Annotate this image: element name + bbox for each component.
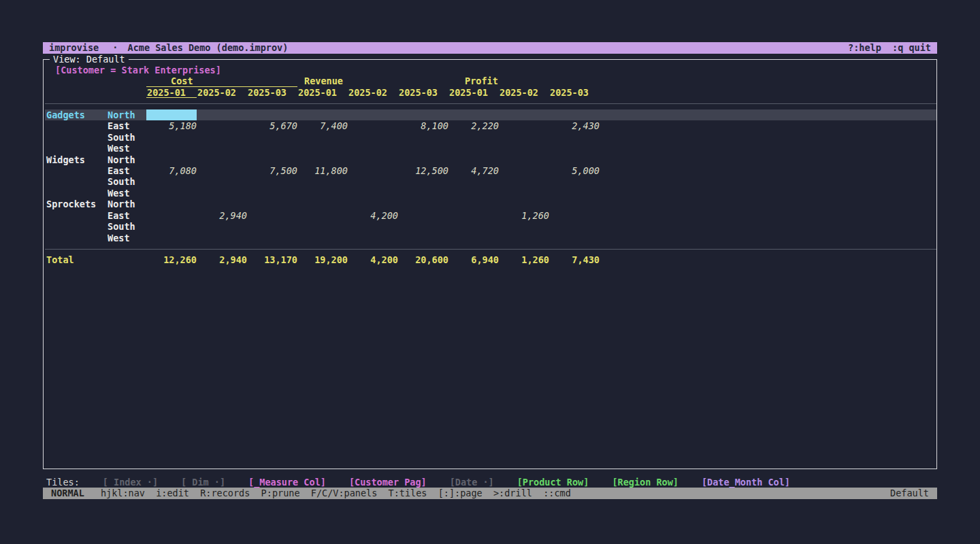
tile-index[interactable]: [ Index ·] [103,477,158,488]
pivot-cell[interactable] [348,132,398,143]
pivot-cell[interactable] [247,154,297,165]
pivot-cell[interactable] [549,188,600,199]
tile-product-row[interactable]: [Product Row] [517,477,589,488]
pivot-cell[interactable]: 4,200 [348,210,398,221]
pivot-cell[interactable] [549,221,600,232]
pivot-cell[interactable] [398,154,448,165]
pivot-cell[interactable] [549,176,600,187]
pivot-cell[interactable]: 2,430 [549,120,600,131]
column-header-profit-2025-01[interactable]: 2025-01 [448,87,499,98]
pivot-cell[interactable] [398,176,448,187]
pivot-cell[interactable] [448,233,499,243]
pivot-cell[interactable] [197,132,247,143]
pivot-cell[interactable] [197,120,247,131]
pivot-cell[interactable] [146,143,197,154]
pivot-cell[interactable] [146,132,197,143]
pivot-cell[interactable] [549,154,600,165]
pivot-cell[interactable] [448,199,499,209]
pivot-cell[interactable] [297,210,348,221]
pivot-cell[interactable]: 5,670 [247,120,297,131]
tile-date[interactable]: [Date ·] [450,477,494,488]
pivot-cell[interactable] [499,132,549,143]
pivot-cell[interactable] [499,176,549,187]
tile-dim[interactable]: [ Dim ·] [181,477,225,488]
pivot-cell[interactable] [297,109,348,120]
measure-header-cost[interactable]: Cost [146,75,297,86]
pivot-cell[interactable] [448,176,499,187]
pivot-cell[interactable]: 5,000 [549,165,600,176]
pivot-cell[interactable] [499,199,549,209]
pivot-cell[interactable] [297,176,348,187]
pivot-cell[interactable] [197,154,247,165]
pivot-cell[interactable] [448,143,499,154]
tile-region-row[interactable]: [Region Row] [612,477,679,488]
pivot-cell[interactable] [348,176,398,187]
pivot-cell[interactable] [197,188,247,199]
pivot-cell[interactable] [348,233,398,243]
pivot-cell[interactable] [549,109,600,120]
pivot-cell[interactable] [448,154,499,165]
pivot-cell[interactable] [499,143,549,154]
pivot-cell[interactable] [348,165,398,176]
pivot-cell[interactable]: 4,720 [448,165,499,176]
pivot-cell[interactable] [197,233,247,243]
column-header-cost-2025-01[interactable]: 2025-01 [146,87,197,98]
pivot-cell[interactable] [197,143,247,154]
column-header-cost-2025-02[interactable]: 2025-02 [197,87,247,98]
pivot-cell[interactable] [549,210,600,221]
pivot-cell[interactable] [549,233,600,243]
pivot-cell[interactable] [197,199,247,209]
pivot-cell[interactable] [448,210,499,221]
pivot-cell[interactable] [499,165,549,176]
pivot-cell[interactable]: 7,400 [297,120,348,131]
pivot-cell[interactable] [448,188,499,199]
pivot-cell[interactable] [549,143,600,154]
pivot-cell[interactable] [348,221,398,232]
pivot-cell[interactable] [499,154,549,165]
pivot-cell[interactable] [197,109,247,120]
pivot-cell[interactable] [247,143,297,154]
pivot-cell[interactable] [499,221,549,232]
pivot-cell[interactable] [448,109,499,120]
pivot-cell[interactable] [247,132,297,143]
pivot-cell[interactable]: 2,940 [197,210,247,221]
pivot-cell[interactable] [499,233,549,243]
page-filter-indicator[interactable]: [Customer = Stark Enterprises] [45,65,936,75]
tile-customer-pag[interactable]: [Customer Pag] [349,477,427,488]
pivot-cell[interactable] [348,120,398,131]
pivot-cell[interactable] [146,154,197,165]
pivot-cell[interactable] [398,221,448,232]
pivot-cell[interactable] [398,132,448,143]
pivot-cell[interactable] [348,143,398,154]
measure-header-profit[interactable]: Profit [448,75,600,86]
pivot-cell[interactable]: 5,180 [146,120,197,131]
pivot-cell[interactable] [297,233,348,243]
pivot-cell[interactable] [297,143,348,154]
pivot-cell[interactable]: 7,080 [146,165,197,176]
pivot-cell[interactable] [398,109,448,120]
column-header-revenue-2025-02[interactable]: 2025-02 [348,87,398,98]
pivot-cell[interactable] [247,199,297,209]
pivot-cell[interactable] [247,109,297,120]
pivot-cell[interactable] [398,210,448,221]
column-header-revenue-2025-01[interactable]: 2025-01 [297,87,348,98]
pivot-cell[interactable]: 1,260 [499,210,549,221]
pivot-cell[interactable] [398,233,448,243]
pivot-cell[interactable]: 7,500 [247,165,297,176]
column-header-profit-2025-03[interactable]: 2025-03 [549,87,600,98]
pivot-cell[interactable] [247,233,297,243]
pivot-cell[interactable] [146,199,197,209]
pivot-cell[interactable] [348,154,398,165]
pivot-cell[interactable] [398,199,448,209]
pivot-cell[interactable] [549,199,600,209]
column-header-profit-2025-02[interactable]: 2025-02 [499,87,549,98]
pivot-cell[interactable] [146,210,197,221]
pivot-cell[interactable] [499,188,549,199]
pivot-cell[interactable] [247,221,297,232]
column-header-cost-2025-03[interactable]: 2025-03 [247,87,297,98]
pivot-cell[interactable] [549,132,600,143]
pivot-cell[interactable] [297,199,348,209]
pivot-cell[interactable] [398,188,448,199]
pivot-cell[interactable] [348,188,398,199]
pivot-cell[interactable] [197,221,247,232]
